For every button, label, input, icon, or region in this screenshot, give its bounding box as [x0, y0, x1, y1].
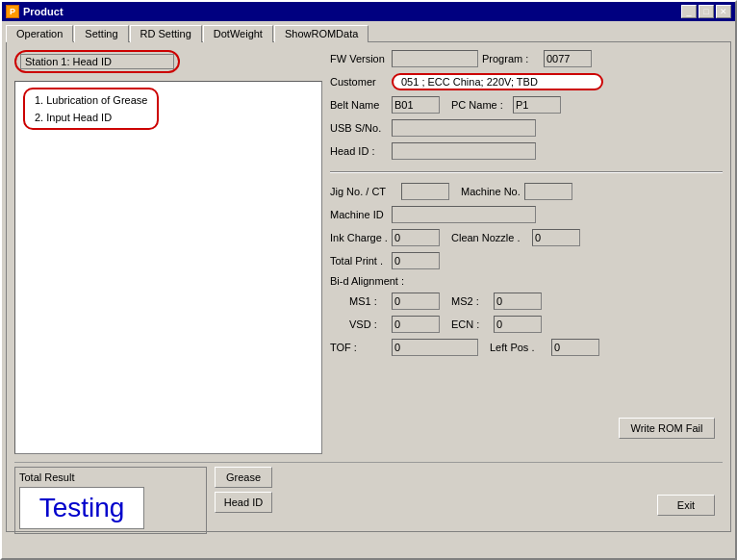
title-controls: _ □ ✕: [681, 5, 731, 18]
customer-input[interactable]: [392, 73, 603, 90]
exit-area: Exit: [657, 495, 715, 516]
ms2-label: MS2 :: [451, 295, 490, 307]
ink-clean-row: Ink Charge . Clean Nozzle .: [330, 229, 723, 246]
tab-bar: Operation Setting RD Setting DotWeight S…: [6, 25, 731, 42]
ecn-label: ECN :: [451, 318, 490, 330]
total-print-row: Total Print .: [330, 252, 723, 269]
title-bar: P Product _ □ ✕: [2, 2, 735, 21]
bid-alignment-row: Bi-d Alignment :: [330, 275, 723, 287]
maximize-button[interactable]: □: [699, 5, 714, 18]
jig-no-input[interactable]: [401, 183, 449, 200]
list-item[interactable]: 1. Lubrication of Grease: [31, 91, 151, 109]
vsd-input[interactable]: [392, 316, 440, 333]
clean-nozzle-input[interactable]: [532, 229, 580, 246]
ink-charge-label: Ink Charge .: [330, 232, 388, 243]
fw-version-label: FW Version: [330, 53, 388, 64]
belt-name-label: Belt Name: [330, 99, 388, 111]
station-select-area: Station 1: Head ID Station 2 Station 3: [14, 50, 322, 73]
minimize-button[interactable]: _: [681, 5, 697, 18]
close-button[interactable]: ✕: [716, 5, 731, 18]
fw-version-input[interactable]: [392, 50, 478, 67]
total-print-input[interactable]: [392, 252, 440, 269]
right-panel: FW Version Program : Customer Belt Name: [330, 50, 723, 454]
machine-no-label: Machine No.: [461, 186, 521, 197]
tab-setting[interactable]: Setting: [74, 25, 128, 42]
total-result-label: Total Result: [19, 471, 202, 483]
head-id-button[interactable]: Head ID: [215, 492, 272, 513]
tof-leftpos-row: TOF : Left Pos .: [330, 339, 723, 356]
ms-row: MS1 : MS2 :: [330, 293, 723, 310]
customer-row: Customer: [330, 73, 723, 90]
ms1-input[interactable]: [392, 293, 440, 310]
main-panel: Station 1: Head ID Station 2 Station 3 1…: [6, 41, 731, 532]
jig-no-label: Jig No. / CT: [330, 186, 397, 197]
fw-version-row: FW Version Program :: [330, 50, 723, 67]
program-input[interactable]: [544, 50, 592, 67]
belt-name-row: Belt Name PC Name :: [330, 96, 723, 114]
ink-charge-input[interactable]: [392, 229, 440, 246]
tab-dotweight[interactable]: DotWeight: [203, 25, 273, 42]
machine-id-label: Machine ID: [330, 209, 388, 220]
main-window: P Product _ □ ✕ Operation Setting RD Set…: [0, 0, 737, 560]
window-content: Operation Setting RD Setting DotWeight S…: [2, 21, 735, 536]
write-rom-fail-button[interactable]: Write ROM Fail: [619, 418, 715, 439]
list-items-group: 1. Lubrication of Grease 2. Input Head I…: [23, 88, 159, 130]
exit-button[interactable]: Exit: [657, 495, 715, 516]
tof-label: TOF :: [330, 342, 388, 353]
station-select-wrapper: Station 1: Head ID Station 2 Station 3: [20, 54, 174, 69]
tab-rd-setting[interactable]: RD Setting: [130, 25, 202, 42]
window-title: Product: [23, 6, 64, 17]
machine-id-input[interactable]: [392, 206, 536, 223]
bid-alignment-label: Bi-d Alignment :: [330, 275, 404, 287]
head-id-input[interactable]: [392, 142, 536, 160]
clean-nozzle-label: Clean Nozzle .: [451, 232, 528, 243]
pc-name-input[interactable]: [513, 96, 561, 114]
vsd-label: VSD :: [349, 318, 388, 330]
testing-display: Testing: [19, 487, 144, 529]
write-rom-fail-area: Write ROM Fail: [619, 418, 715, 439]
operations-list: 1. Lubrication of Grease 2. Input Head I…: [14, 81, 322, 454]
ecn-input[interactable]: [494, 316, 542, 333]
ms1-label: MS1 :: [349, 295, 388, 307]
machine-id-row: Machine ID: [330, 206, 723, 223]
bottom-section: Total Result Testing Grease Head ID: [14, 462, 723, 534]
total-result-box: Total Result Testing: [14, 467, 207, 534]
left-panel: Station 1: Head ID Station 2 Station 3 1…: [14, 50, 322, 454]
belt-name-input[interactable]: [392, 96, 440, 114]
station-select[interactable]: Station 1: Head ID Station 2 Station 3: [20, 54, 174, 69]
head-id-label: Head ID :: [330, 145, 388, 157]
tab-showromdata[interactable]: ShowROMData: [274, 25, 368, 42]
grease-button[interactable]: Grease: [215, 467, 272, 488]
customer-label: Customer: [330, 76, 388, 88]
jig-machine-row: Jig No. / CT Machine No.: [330, 183, 723, 200]
pc-name-label: PC Name :: [451, 99, 509, 111]
station-select-border: Station 1: Head ID Station 2 Station 3: [14, 50, 180, 73]
panel-body: Station 1: Head ID Station 2 Station 3 1…: [14, 50, 723, 454]
window-icon: P: [6, 5, 19, 18]
left-pos-label: Left Pos .: [490, 342, 547, 353]
tab-operation[interactable]: Operation: [6, 25, 73, 42]
list-item[interactable]: 2. Input Head ID: [31, 109, 151, 126]
ms2-input[interactable]: [494, 293, 542, 310]
machine-no-input[interactable]: [524, 183, 572, 200]
usb-sn-label: USB S/No.: [330, 122, 388, 134]
head-id-row: Head ID :: [330, 142, 723, 160]
total-print-label: Total Print .: [330, 255, 388, 267]
tof-input[interactable]: [392, 339, 478, 356]
usb-sn-input[interactable]: [392, 119, 536, 137]
side-buttons: Grease Head ID: [215, 467, 272, 513]
divider-1: [330, 171, 723, 173]
program-label: Program :: [482, 53, 540, 64]
left-pos-input[interactable]: [551, 339, 599, 356]
usb-sn-row: USB S/No.: [330, 119, 723, 137]
vsd-ecn-row: VSD : ECN :: [330, 316, 723, 333]
